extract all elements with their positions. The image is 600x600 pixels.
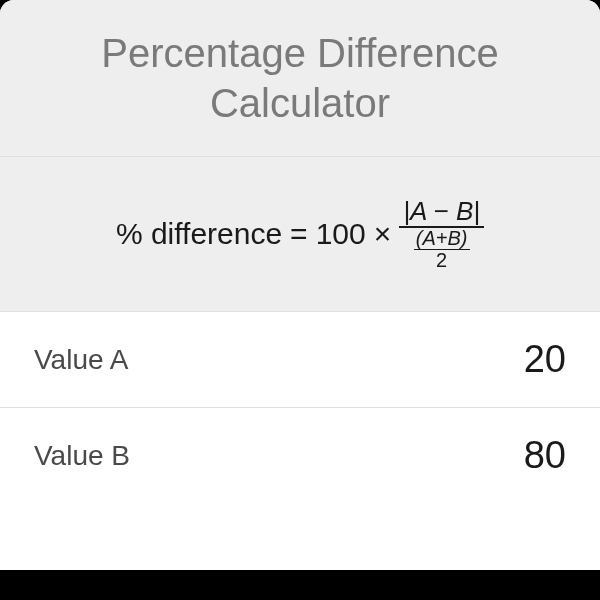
value-a[interactable]: 20 (524, 338, 566, 381)
value-b[interactable]: 80 (524, 434, 566, 477)
label-value-a: Value A (34, 344, 128, 376)
card-header: Percentage Difference Calculator (0, 0, 600, 157)
formula-times: × (374, 217, 392, 251)
formula-inner-fraction: (A+B) 2 (414, 228, 470, 272)
label-value-b: Value B (34, 440, 130, 472)
formula-display: % difference = 100 × |A − B| (A+B) 2 (0, 157, 600, 312)
formula-inner-den: 2 (434, 250, 449, 271)
formula-equals: = (290, 217, 308, 251)
formula-fraction: |A − B| (A+B) 2 (399, 197, 484, 271)
formula-lhs: % difference (116, 217, 282, 251)
input-row-value-b[interactable]: Value B 80 (0, 408, 600, 503)
formula-numerator: |A − B| (399, 197, 484, 226)
formula-inner-num: (A+B) (414, 228, 470, 249)
page-title: Percentage Difference Calculator (40, 28, 560, 128)
calculator-card: Percentage Difference Calculator % diffe… (0, 0, 600, 570)
input-row-value-a[interactable]: Value A 20 (0, 312, 600, 408)
formula-coeff: 100 (316, 217, 366, 251)
